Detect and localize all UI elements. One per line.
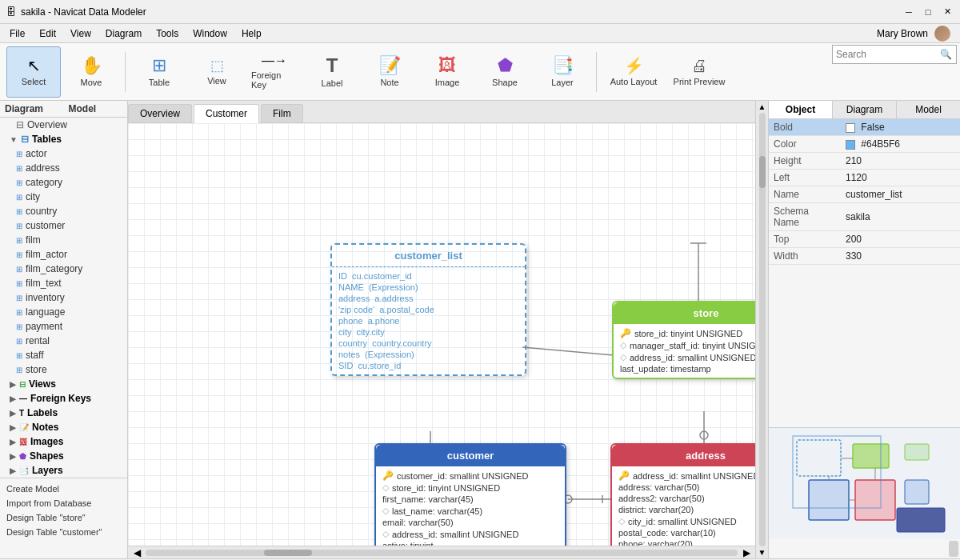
- scroll-right-btn[interactable]: ▶: [741, 547, 752, 558]
- tool-select[interactable]: ↖ Select: [6, 46, 61, 98]
- field-text: 'zip code' a.postal_code: [338, 305, 434, 314]
- tool-image[interactable]: 🖼 Image: [420, 46, 474, 98]
- right-vscroll-thumb[interactable]: [949, 541, 958, 557]
- sidebar-group-views[interactable]: ▶ ⊟ Views: [0, 377, 127, 391]
- prop-bold-key: Bold: [769, 119, 841, 136]
- search-input[interactable]: [833, 49, 937, 60]
- tool-auto-layout[interactable]: ⚡ Auto Layout: [603, 46, 664, 98]
- prop-color-value: #64B5F6: [841, 136, 960, 153]
- sidebar-item-country[interactable]: ⊞ country: [0, 204, 127, 218]
- tool-shape[interactable]: ⬟ Shape: [478, 46, 532, 98]
- sidebar-item-category[interactable]: ⊞ category: [0, 175, 127, 190]
- menu-view[interactable]: View: [64, 26, 98, 41]
- menu-tools[interactable]: Tools: [150, 26, 185, 41]
- menu-edit[interactable]: Edit: [33, 26, 62, 41]
- right-tab-model[interactable]: Model: [897, 101, 960, 118]
- sidebar-item-actor[interactable]: ⊞ actor: [0, 146, 127, 161]
- tool-print-preview[interactable]: 🖨 Print Preview: [667, 46, 731, 98]
- tool-label[interactable]: T Label: [305, 46, 359, 98]
- tab-film[interactable]: Film: [261, 104, 303, 122]
- sidebar-item-overview[interactable]: ⊟ Overview: [0, 118, 127, 132]
- shape-icon: ⬟: [498, 57, 513, 74]
- table-row: 🔑store_id: tinyint UNSIGNED: [620, 327, 755, 339]
- sidebar-item-inventory[interactable]: ⊞ inventory: [0, 290, 127, 305]
- scroll-up-btn[interactable]: ▲: [757, 102, 768, 111]
- scroll-down-btn[interactable]: ▼: [757, 548, 768, 557]
- sidebar-item-store[interactable]: ⊞ store: [0, 362, 127, 377]
- notes-label: Notes: [32, 422, 58, 433]
- key-icon: 🔑: [618, 470, 630, 481]
- table-customer-list[interactable]: customer_list ID cu.customer_id NAME (Ex…: [330, 243, 526, 376]
- sidebar-item-payment[interactable]: ⊞ payment: [0, 319, 127, 334]
- sidebar-model-header[interactable]: Model: [64, 101, 128, 117]
- close-button[interactable]: ✕: [941, 6, 954, 18]
- right-tab-object[interactable]: Object: [769, 101, 833, 118]
- action-create-model[interactable]: Create Model: [0, 482, 127, 496]
- prop-width-key: Width: [769, 248, 841, 265]
- sidebar-group-layers[interactable]: ▶ 📑 Layers: [0, 463, 127, 478]
- tool-view[interactable]: ⬚ View: [190, 46, 244, 98]
- table-row: ◇city_id: smallint UNSIGNED: [618, 515, 755, 527]
- action-design-store[interactable]: Design Table "store": [0, 510, 127, 525]
- tab-customer[interactable]: Customer: [194, 104, 259, 123]
- move-label: Move: [81, 78, 102, 87]
- sidebar-item-film[interactable]: ⊞ film: [0, 233, 127, 247]
- tool-table[interactable]: ⊞ Table: [132, 46, 186, 98]
- tool-move[interactable]: ✋ Move: [64, 46, 118, 98]
- sidebar-group-foreign-keys[interactable]: ▶ — Foreign Keys: [0, 391, 127, 406]
- sidebar-group-notes[interactable]: ▶ 📝 Notes: [0, 420, 127, 434]
- right-tab-diagram[interactable]: Diagram: [833, 101, 897, 118]
- svg-rect-24: [905, 444, 929, 460]
- fk-caret: ▶: [10, 394, 16, 403]
- v-scroll-thumb[interactable]: [759, 156, 766, 188]
- sidebar-group-images[interactable]: ▶ 🖼 Images: [0, 434, 127, 449]
- menu-help[interactable]: Help: [235, 26, 268, 41]
- maximize-button[interactable]: □: [922, 6, 934, 18]
- sidebar-item-customer[interactable]: ⊞ customer: [0, 218, 127, 233]
- labels-caret: ▶: [10, 409, 16, 418]
- tool-note[interactable]: 📝 Note: [362, 46, 417, 98]
- menu-file[interactable]: File: [3, 26, 31, 41]
- sidebar-item-staff[interactable]: ⊞ staff: [0, 348, 127, 362]
- foreign-key-icon: —→: [262, 54, 287, 67]
- minimize-button[interactable]: ─: [902, 6, 915, 18]
- sidebar-item-language[interactable]: ⊞ language: [0, 305, 127, 319]
- scroll-left-btn[interactable]: ◀: [131, 547, 142, 558]
- menu-window[interactable]: Window: [186, 26, 234, 41]
- search-bar: 🔍: [832, 45, 957, 64]
- sidebar-diagram-header[interactable]: Diagram: [0, 101, 64, 117]
- table-row: country country.country: [338, 338, 518, 349]
- field-text: address2: varchar(50): [618, 494, 705, 503]
- sidebar-group-shapes[interactable]: ▶ ⬟ Shapes: [0, 449, 127, 463]
- field-text: district: varchar(20): [618, 505, 694, 514]
- tab-overview[interactable]: Overview: [128, 104, 192, 122]
- diagram-canvas[interactable]: customer_list ID cu.customer_id NAME (Ex…: [128, 123, 755, 546]
- h-scroll-thumb[interactable]: [264, 550, 312, 556]
- tool-foreign-key[interactable]: —→ Foreign Key: [247, 46, 302, 98]
- action-import-db[interactable]: Import from Database: [0, 496, 127, 510]
- mini-map-svg: [769, 428, 960, 539]
- sidebar-item-rental[interactable]: ⊞ rental: [0, 334, 127, 348]
- sidebar-group-tables[interactable]: ▼ ⊟ Tables: [0, 132, 127, 146]
- table-row: district: varchar(20): [618, 504, 755, 515]
- sidebar-item-film-text[interactable]: ⊞ film_text: [0, 276, 127, 290]
- tool-layer[interactable]: 📑 Layer: [535, 46, 590, 98]
- sidebar-item-city[interactable]: ⊞ city: [0, 190, 127, 204]
- table-address[interactable]: address 🔑address_id: smallint UNSIGNED a…: [610, 443, 755, 546]
- field-text: last_name: varchar(45): [392, 506, 482, 516]
- table-row: ◇address_id: smallint UNSIGNED: [620, 351, 755, 363]
- table-row: phone: varchar(20): [618, 538, 755, 546]
- h-scrollbar[interactable]: ◀ ▶: [128, 546, 755, 558]
- v-scrollbar[interactable]: ▲ ▼: [755, 101, 768, 558]
- table-row: address a.address: [338, 293, 518, 304]
- table-store[interactable]: store 🔑store_id: tinyint UNSIGNED ◇manag…: [612, 301, 755, 379]
- menu-diagram[interactable]: Diagram: [99, 26, 148, 41]
- sidebar-item-address[interactable]: ⊞ address: [0, 161, 127, 175]
- table-customer[interactable]: customer 🔑customer_id: smallint UNSIGNED…: [374, 443, 566, 546]
- sidebar-group-labels[interactable]: ▶ T Labels: [0, 406, 127, 420]
- views-caret: ▶: [10, 380, 16, 389]
- sidebar-item-film-actor[interactable]: ⊞ film_actor: [0, 247, 127, 262]
- action-design-customer[interactable]: Design Table "customer": [0, 525, 127, 539]
- sidebar-item-film-category[interactable]: ⊞ film_category: [0, 262, 127, 276]
- view-label: View: [207, 76, 226, 86]
